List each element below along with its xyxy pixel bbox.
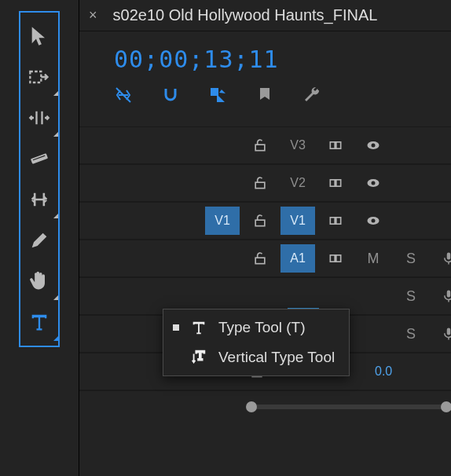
sync-lock-icon[interactable] (318, 207, 353, 235)
svg-rect-19 (330, 255, 335, 262)
toggle-output-eye-icon[interactable] (356, 169, 390, 197)
flyout-indicator-icon (53, 214, 58, 218)
zoom-handle-right[interactable] (441, 401, 451, 412)
svg-rect-13 (255, 220, 265, 226)
svg-rect-22 (447, 291, 451, 298)
svg-rect-18 (255, 258, 265, 264)
sync-lock-icon[interactable] (318, 244, 353, 273)
track-header-area: V3 V2 V1 V1 (79, 126, 451, 422)
lock-icon[interactable] (243, 169, 277, 197)
premiere-workspace: × s02e10 Old Hollywood Haunts_FINAL 00;0… (0, 0, 451, 476)
svg-rect-8 (255, 182, 265, 189)
slip-tool[interactable] (19, 179, 60, 220)
solo-toggle[interactable]: S (394, 320, 428, 348)
master-value[interactable]: 0.0 (375, 364, 392, 379)
video-track-v1[interactable]: V1 V1 (79, 202, 451, 240)
flyout-item-label: Type Tool (T) (218, 319, 306, 336)
zoom-slider-row (79, 390, 451, 422)
flyout-indicator-icon (53, 295, 58, 300)
sequence-title[interactable]: s02e10 Old Hollywood Haunts_FINAL (113, 6, 378, 24)
flyout-indicator-icon (53, 336, 58, 341)
hand-tool[interactable] (19, 261, 60, 302)
tool-sidebar (0, 0, 79, 476)
marker-icon[interactable] (255, 86, 274, 108)
svg-point-12 (372, 181, 376, 185)
svg-rect-5 (336, 142, 341, 148)
type-tool[interactable] (19, 302, 60, 342)
svg-point-7 (372, 144, 376, 148)
timeline-toolbar (79, 81, 451, 126)
playhead-timecode[interactable]: 00;00;13;11 (79, 31, 451, 81)
tool-column (19, 11, 60, 347)
settings-wrench-icon[interactable] (302, 86, 321, 108)
video-track-v2[interactable]: V2 (79, 164, 451, 202)
snap-icon[interactable] (161, 86, 180, 108)
svg-rect-10 (336, 180, 341, 186)
svg-rect-9 (330, 180, 335, 186)
insert-overwrite-toggle-icon[interactable] (114, 86, 133, 108)
svg-rect-14 (330, 218, 335, 224)
flyout-item-label: Vertical Type Tool (218, 349, 335, 366)
svg-rect-1 (31, 153, 48, 164)
svg-rect-15 (336, 218, 341, 224)
lock-icon[interactable] (243, 207, 277, 235)
ripple-edit-tool[interactable] (19, 97, 60, 138)
track-label[interactable]: V3 (280, 131, 315, 159)
lock-icon[interactable] (243, 131, 277, 159)
pen-tool[interactable] (19, 220, 60, 261)
vertical-type-icon (190, 349, 207, 366)
type-tool-flyout: Type Tool (T) Vertical Type Tool (163, 309, 350, 376)
sequence-tabs: × s02e10 Old Hollywood Haunts_FINAL (79, 0, 451, 31)
solo-toggle[interactable]: S (394, 244, 428, 273)
flyout-item-type-tool[interactable]: Type Tool (T) (163, 313, 349, 342)
video-track-v3[interactable]: V3 (79, 126, 451, 164)
svg-rect-4 (330, 142, 335, 148)
svg-rect-3 (255, 145, 265, 151)
svg-rect-21 (447, 253, 451, 260)
active-marker-icon (173, 324, 179, 331)
svg-point-17 (372, 219, 376, 223)
razor-tool[interactable] (19, 138, 60, 179)
lock-icon[interactable] (243, 244, 277, 273)
toggle-output-eye-icon[interactable] (356, 131, 390, 159)
svg-rect-20 (336, 255, 341, 262)
active-marker-icon (173, 354, 179, 361)
voiceover-mic-icon[interactable] (431, 282, 451, 310)
voiceover-mic-icon[interactable] (431, 244, 451, 273)
flyout-indicator-icon (53, 132, 58, 137)
timeline-panel: × s02e10 Old Hollywood Haunts_FINAL 00;0… (79, 0, 451, 476)
linked-selection-icon[interactable] (208, 86, 227, 108)
svg-rect-0 (30, 71, 41, 82)
sync-lock-icon[interactable] (318, 169, 353, 197)
flyout-indicator-icon (53, 91, 58, 96)
track-label[interactable]: A1 (280, 244, 315, 273)
source-patch-v1[interactable]: V1 (205, 207, 240, 235)
mute-toggle[interactable]: M (356, 244, 390, 273)
toggle-output-eye-icon[interactable] (356, 207, 390, 235)
track-select-forward-tool[interactable] (19, 57, 60, 97)
zoom-handle-left[interactable] (246, 401, 257, 412)
sync-lock-icon[interactable] (318, 131, 353, 159)
svg-rect-23 (447, 328, 451, 335)
track-label[interactable]: V2 (280, 169, 315, 197)
voiceover-mic-icon[interactable] (431, 320, 451, 348)
zoom-slider[interactable] (248, 405, 450, 409)
audio-track-a1[interactable]: A1 M S (79, 240, 451, 277)
type-icon (190, 319, 207, 336)
selection-tool[interactable] (19, 16, 60, 57)
close-tab-button[interactable]: × (86, 7, 101, 24)
solo-toggle[interactable]: S (394, 282, 428, 310)
track-label[interactable]: V1 (280, 207, 315, 235)
flyout-item-vertical-type-tool[interactable]: Vertical Type Tool (163, 342, 349, 372)
